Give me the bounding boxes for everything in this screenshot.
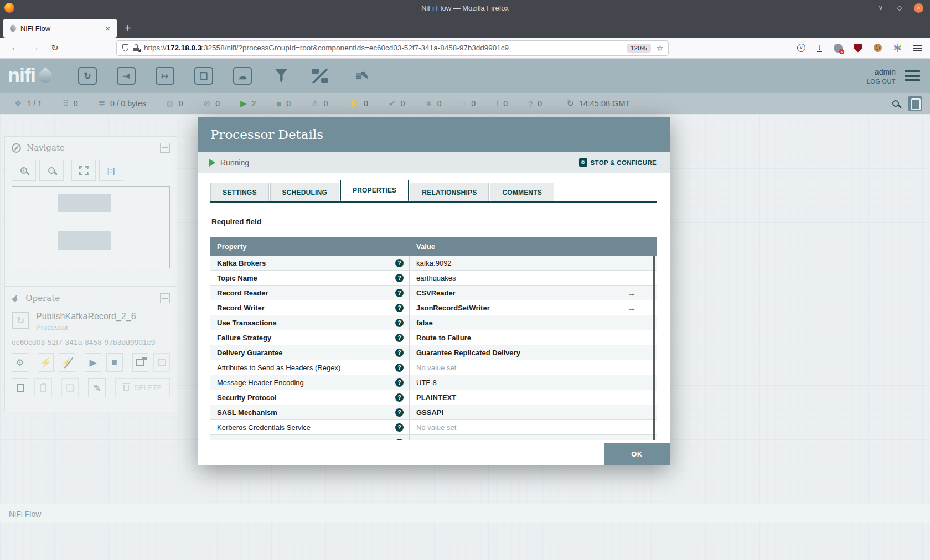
queued-icon: ≣ [99, 98, 106, 108]
url-bar[interactable]: https://172.18.0.3:32558/nifi/?processGr… [116, 40, 669, 56]
unknown-version-icon: ? [528, 99, 533, 108]
required-field-label: Required field [211, 217, 657, 226]
dialog-tab[interactable]: COMMENTS [490, 183, 554, 201]
property-name: SASL Mechanism [217, 408, 277, 417]
dialog-tabs: SETTINGS SCHEDULING PROPERTIES RELATIONS… [210, 173, 657, 203]
browser-menu-icon[interactable] [913, 43, 922, 53]
url-text[interactable]: https://172.18.0.3:32558/nifi/?processGr… [144, 44, 627, 52]
refresh-icon[interactable]: ↻ [567, 98, 574, 108]
window-titlebar: NiFi Flow — Mozilla Firefox ∨ ◇ × [0, 0, 930, 15]
browser-tab[interactable]: NiFi Flow × [3, 19, 117, 38]
property-name: Topic Name [217, 274, 257, 282]
help-icon[interactable] [395, 408, 404, 417]
funnel-tool-icon[interactable] [270, 65, 292, 87]
ok-button[interactable]: OK [604, 443, 670, 465]
output-port-tool-icon[interactable]: ↦ [154, 65, 176, 87]
help-icon[interactable] [395, 304, 404, 312]
property-value: kafka:9092 [416, 259, 452, 267]
process-group-tool-icon[interactable]: ❏ [193, 65, 215, 87]
pocket-icon[interactable] [797, 44, 805, 52]
status-count: 0 [437, 99, 442, 108]
window-title: NiFi Flow — Mozilla Firefox [0, 4, 930, 12]
bulletin-panel-toggle-icon[interactable] [908, 96, 922, 111]
help-icon[interactable] [395, 439, 404, 440]
input-port-tool-icon[interactable]: ⇥ [115, 65, 137, 87]
window-close-icon[interactable]: × [914, 3, 923, 13]
new-tab-button[interactable]: + [125, 22, 131, 35]
help-icon[interactable] [395, 289, 404, 297]
disabled-icon: ⚡ [348, 98, 359, 108]
property-name: Failure Strategy [217, 334, 271, 342]
dialog-tab[interactable]: RELATIONSHIPS [410, 183, 489, 201]
property-value: PLAINTEXT [416, 393, 456, 402]
status-count: 0 [503, 99, 508, 108]
processor-tool-icon[interactable]: ↻ [76, 65, 99, 87]
stale-icon: ↑ [462, 99, 467, 108]
help-icon[interactable] [395, 349, 404, 357]
up-to-date-icon: ✔ [389, 98, 396, 108]
sync-failure-icon: ! [496, 99, 498, 108]
threads-icon: ⠿ [63, 98, 69, 108]
invalid-icon: ⚠ [311, 98, 318, 108]
dialog-tab[interactable]: SETTINGS [210, 183, 269, 201]
back-button[interactable]: ← [7, 43, 23, 53]
reload-button[interactable]: ↻ [46, 43, 63, 53]
configure-gear-icon: ⚙ [579, 158, 587, 167]
help-icon[interactable] [395, 393, 404, 402]
tab-close-icon[interactable]: × [103, 24, 112, 33]
help-icon[interactable] [395, 364, 404, 372]
table-header: Property Value [210, 237, 657, 256]
status-count: 0 [400, 99, 405, 108]
extension-asterisk-icon[interactable] [897, 44, 898, 52]
label-tool-icon[interactable]: ≣✎ [348, 65, 370, 87]
dialog-tab[interactable]: PROPERTIES [340, 180, 409, 201]
processor-details-dialog: Processor Details Running ⚙ STOP & CONFI… [198, 117, 670, 465]
go-to-service-icon[interactable]: → [627, 288, 636, 298]
help-icon[interactable] [395, 378, 404, 387]
zoom-level-badge[interactable]: 120% [627, 44, 650, 53]
status-count: 0 [324, 99, 328, 108]
property-row: Use Transactions false [210, 315, 657, 330]
dialog-title: Processor Details [210, 127, 323, 142]
status-count: 0 [179, 99, 183, 108]
status-count: 0 [471, 99, 476, 108]
connection-lock-icon[interactable] [133, 44, 140, 51]
bookmark-star-icon[interactable]: ☆ [657, 43, 664, 53]
remote-process-group-tool-icon[interactable]: ☁ [231, 65, 254, 87]
help-icon[interactable] [395, 274, 404, 282]
dialog-tab[interactable]: SCHEDULING [270, 183, 339, 201]
extension-mask-icon[interactable] [834, 44, 843, 53]
logout-link[interactable]: LOG OUT [867, 78, 896, 85]
property-value: GSSAPI [416, 408, 443, 417]
browser-toolbar: ← → ↻ https://172.18.0.3:32558/nifi/?pro… [0, 38, 930, 59]
table-scrollbar[interactable] [653, 256, 655, 440]
property-name: Kerberos Credentials Service [217, 423, 311, 432]
status-count: 0 [74, 99, 78, 108]
go-to-service-icon[interactable]: → [627, 303, 636, 313]
search-icon[interactable] [892, 100, 899, 107]
forward-button: → [27, 43, 43, 53]
dialog-status-row: Running ⚙ STOP & CONFIGURE [198, 152, 670, 173]
tab-favicon [9, 24, 18, 33]
stop-and-configure-button[interactable]: ⚙ STOP & CONFIGURE [579, 158, 657, 167]
ublock-extension-icon[interactable] [854, 44, 862, 53]
help-icon[interactable] [395, 259, 404, 267]
not-transmitting-icon: ⊘ [204, 98, 211, 108]
help-icon[interactable] [395, 319, 404, 327]
downloads-icon[interactable]: ↓ [817, 44, 822, 52]
help-icon[interactable] [395, 334, 404, 342]
help-icon[interactable] [395, 423, 404, 432]
property-row: Record Reader CSVReader → [210, 286, 657, 300]
global-menu-icon[interactable] [905, 68, 920, 84]
template-tool-icon[interactable] [309, 65, 331, 87]
window-maximize-icon[interactable]: ◇ [895, 4, 904, 12]
cookie-extension-icon[interactable] [874, 44, 882, 52]
property-name: Record Writer [217, 304, 265, 312]
tracking-protection-shield-icon[interactable] [122, 44, 128, 51]
flow-status-bar: ❖ 1 / 1 ⠿ 0 ≣ 0 / 0 bytes ◎ 0 ⊘ 0 [0, 93, 930, 114]
property-value: Route to Failure [416, 334, 471, 342]
window-minimize-icon[interactable]: ∨ [876, 4, 885, 12]
property-value: JsonRecordSetWriter [416, 304, 490, 312]
status-count: 1 / 1 [27, 99, 42, 108]
property-value: No value set [416, 423, 456, 432]
